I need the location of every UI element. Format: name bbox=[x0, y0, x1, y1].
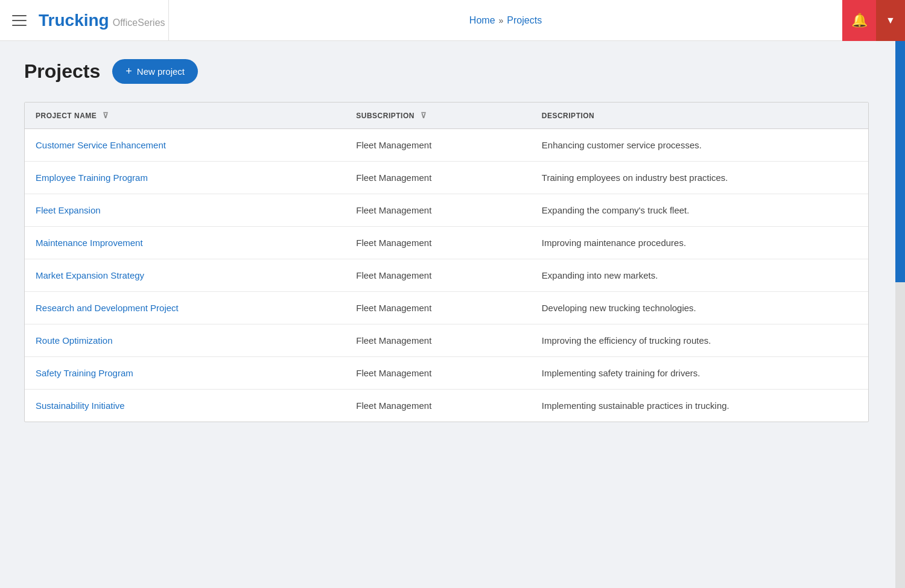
col-header-project-name: PROJECT NAME ⊽ bbox=[25, 103, 345, 129]
table-cell-subscription: Fleet Management bbox=[345, 129, 531, 162]
project-link[interactable]: Research and Development Project bbox=[36, 303, 179, 313]
bell-icon: 🔔 bbox=[851, 13, 868, 28]
hamburger-menu-icon[interactable] bbox=[12, 15, 27, 26]
table-cell-description: Developing new trucking technologies. bbox=[531, 292, 868, 324]
col-subscription-label: SUBSCRIPTION bbox=[356, 112, 414, 120]
table-cell-subscription: Fleet Management bbox=[345, 227, 531, 259]
brand-series: OfficeSeries bbox=[113, 17, 165, 28]
project-link[interactable]: Market Expansion Strategy bbox=[36, 270, 144, 280]
header-nav: Home » Projects bbox=[169, 15, 842, 26]
header: Trucking OfficeSeries Home » Projects 🔔 … bbox=[0, 0, 905, 41]
table-row: Research and Development ProjectFleet Ma… bbox=[25, 292, 868, 324]
table-cell-subscription: Fleet Management bbox=[345, 259, 531, 292]
chevron-down-icon: ▼ bbox=[886, 15, 895, 26]
table-cell-subscription: Fleet Management bbox=[345, 292, 531, 324]
projects-table: PROJECT NAME ⊽ SUBSCRIPTION ⊽ DESCRIPTIO… bbox=[25, 103, 868, 422]
filter-project-icon[interactable]: ⊽ bbox=[103, 111, 109, 120]
page-header: Projects + New project bbox=[24, 59, 881, 84]
table-cell-project-name: Research and Development Project bbox=[25, 292, 345, 324]
project-link[interactable]: Employee Training Program bbox=[36, 172, 148, 183]
breadcrumb: Home » Projects bbox=[469, 15, 542, 26]
table-cell-project-name: Employee Training Program bbox=[25, 162, 345, 194]
table-cell-project-name: Safety Training Program bbox=[25, 357, 345, 390]
col-header-subscription: SUBSCRIPTION ⊽ bbox=[345, 103, 531, 129]
table-row: Route OptimizationFleet ManagementImprov… bbox=[25, 324, 868, 357]
table-cell-project-name: Sustainability Initiative bbox=[25, 390, 345, 422]
brand-name: Trucking bbox=[39, 11, 109, 30]
breadcrumb-current[interactable]: Projects bbox=[507, 15, 542, 26]
table-cell-description: Implementing sustainable practices in tr… bbox=[531, 390, 868, 422]
header-left: Trucking OfficeSeries bbox=[0, 0, 169, 40]
project-link[interactable]: Safety Training Program bbox=[36, 368, 133, 378]
table-cell-description: Expanding into new markets. bbox=[531, 259, 868, 292]
table-cell-project-name: Market Expansion Strategy bbox=[25, 259, 345, 292]
table-cell-project-name: Route Optimization bbox=[25, 324, 345, 357]
table-cell-description: Expanding the company's truck fleet. bbox=[531, 194, 868, 227]
new-project-label: New project bbox=[137, 66, 185, 77]
table-row: Market Expansion StrategyFleet Managemen… bbox=[25, 259, 868, 292]
table-row: Employee Training ProgramFleet Managemen… bbox=[25, 162, 868, 194]
plus-icon: + bbox=[125, 65, 132, 78]
main-content: Projects + New project PROJECT NAME ⊽ bbox=[0, 41, 905, 440]
brand: Trucking OfficeSeries bbox=[39, 11, 165, 30]
table-row: Fleet ExpansionFleet ManagementExpanding… bbox=[25, 194, 868, 227]
projects-table-container: PROJECT NAME ⊽ SUBSCRIPTION ⊽ DESCRIPTIO… bbox=[24, 102, 869, 422]
table-cell-project-name: Fleet Expansion bbox=[25, 194, 345, 227]
header-right: 🔔 ▼ bbox=[842, 0, 905, 40]
notification-button[interactable]: 🔔 bbox=[842, 0, 876, 41]
breadcrumb-separator: » bbox=[499, 16, 504, 25]
project-link[interactable]: Route Optimization bbox=[36, 335, 113, 346]
project-link[interactable]: Sustainability Initiative bbox=[36, 400, 125, 411]
project-link[interactable]: Fleet Expansion bbox=[36, 205, 101, 215]
table-cell-subscription: Fleet Management bbox=[345, 324, 531, 357]
table-cell-description: Enhancing customer service processes. bbox=[531, 129, 868, 162]
table-cell-subscription: Fleet Management bbox=[345, 390, 531, 422]
breadcrumb-home[interactable]: Home bbox=[469, 15, 495, 26]
table-cell-description: Training employees on industry best prac… bbox=[531, 162, 868, 194]
col-header-description: DESCRIPTION bbox=[531, 103, 868, 129]
table-cell-project-name: Customer Service Enhancement bbox=[25, 129, 345, 162]
table-header-row: PROJECT NAME ⊽ SUBSCRIPTION ⊽ DESCRIPTIO… bbox=[25, 103, 868, 129]
table-cell-subscription: Fleet Management bbox=[345, 162, 531, 194]
project-link[interactable]: Customer Service Enhancement bbox=[36, 140, 166, 150]
table-row: Maintenance ImprovementFleet ManagementI… bbox=[25, 227, 868, 259]
col-description-label: DESCRIPTION bbox=[542, 112, 595, 120]
table-cell-project-name: Maintenance Improvement bbox=[25, 227, 345, 259]
new-project-button[interactable]: + New project bbox=[112, 59, 198, 84]
table-cell-description: Improving the efficiency of trucking rou… bbox=[531, 324, 868, 357]
user-dropdown-button[interactable]: ▼ bbox=[876, 0, 905, 41]
filter-subscription-icon[interactable]: ⊽ bbox=[421, 111, 427, 120]
page-title: Projects bbox=[24, 60, 100, 83]
table-cell-subscription: Fleet Management bbox=[345, 194, 531, 227]
project-link[interactable]: Maintenance Improvement bbox=[36, 238, 143, 248]
table-row: Sustainability InitiativeFleet Managemen… bbox=[25, 390, 868, 422]
table-cell-description: Implementing safety training for drivers… bbox=[531, 357, 868, 390]
table-row: Safety Training ProgramFleet ManagementI… bbox=[25, 357, 868, 390]
table-cell-description: Improving maintenance procedures. bbox=[531, 227, 868, 259]
table-row: Customer Service EnhancementFleet Manage… bbox=[25, 129, 868, 162]
col-project-label: PROJECT NAME bbox=[36, 112, 97, 120]
table-cell-subscription: Fleet Management bbox=[345, 357, 531, 390]
